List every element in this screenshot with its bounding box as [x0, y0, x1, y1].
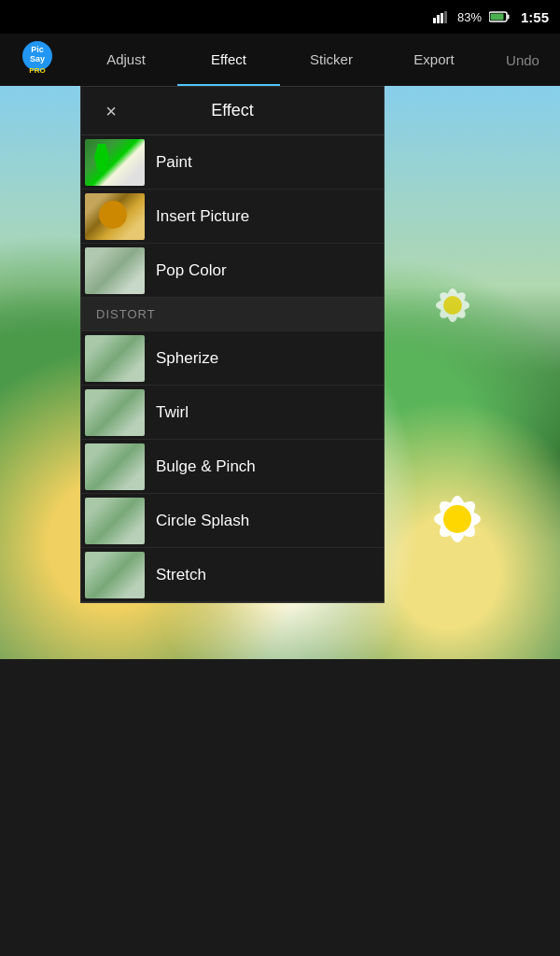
pop-color-label: Pop Color: [156, 261, 227, 280]
twirl-thumbnail: [85, 389, 145, 436]
insert-picture-thumbnail: [85, 193, 145, 240]
nav-tabs: Adjust Effect Sticker Export: [75, 34, 485, 86]
paint-label: Paint: [156, 153, 192, 172]
tab-adjust[interactable]: Adjust: [75, 34, 177, 86]
circle-splash-thumbnail: [85, 498, 145, 544]
menu-item-stretch[interactable]: Stretch: [81, 548, 384, 602]
signal-icon: [433, 10, 450, 23]
pop-color-thumbnail: [85, 247, 145, 294]
clock: 1:55: [521, 9, 549, 25]
bulge-pinch-thumbnail: [85, 443, 145, 490]
menu-item-spherize[interactable]: Spherize: [81, 331, 384, 386]
menu-item-paint[interactable]: Paint: [81, 135, 384, 190]
menu-item-insert-picture[interactable]: Insert Picture: [81, 190, 384, 244]
spherize-label: Spherize: [156, 349, 218, 368]
flower-decoration-3: [411, 472, 504, 566]
close-button[interactable]: ×: [96, 96, 126, 126]
paint-thumbnail: [85, 139, 145, 186]
menu-item-twirl[interactable]: Twirl: [81, 386, 384, 440]
dropdown-title: Effect: [126, 101, 339, 120]
stretch-thumbnail: [85, 552, 145, 598]
undo-button[interactable]: Undo: [485, 34, 560, 86]
distort-section-label: Distort: [81, 298, 384, 331]
svg-rect-1: [437, 15, 440, 23]
effect-dropdown: × Effect Paint Insert Picture Pop Color …: [80, 86, 385, 603]
svg-rect-2: [441, 13, 443, 23]
menu-item-circle-splash[interactable]: Circle Splash: [81, 494, 384, 548]
dropdown-header: × Effect: [81, 87, 384, 135]
menu-item-bulge-pinch[interactable]: Bulge & Pinch: [81, 440, 384, 494]
svg-text:PRO: PRO: [29, 66, 45, 75]
battery-icon: [489, 11, 510, 22]
picsay-logo-icon: Pic Say PRO: [15, 37, 60, 82]
spherize-thumbnail: [85, 335, 145, 382]
bulge-pinch-label: Bulge & Pinch: [156, 457, 256, 476]
twirl-label: Twirl: [156, 403, 189, 422]
distort-text: Distort: [96, 307, 156, 321]
tab-sticker[interactable]: Sticker: [280, 34, 383, 86]
svg-point-30: [443, 296, 462, 315]
status-bar: 83% 1:55: [0, 0, 560, 34]
nav-bar: Pic Say PRO Adjust Effect Sticker Export…: [0, 34, 560, 86]
battery-percent: 83%: [457, 10, 482, 24]
circle-splash-label: Circle Splash: [156, 512, 249, 530]
svg-text:Say: Say: [30, 54, 45, 63]
tab-effect[interactable]: Effect: [177, 34, 280, 86]
tab-export[interactable]: Export: [383, 34, 485, 86]
insert-picture-label: Insert Picture: [156, 207, 249, 226]
svg-rect-3: [444, 11, 447, 23]
close-icon: ×: [105, 102, 117, 120]
svg-rect-0: [433, 18, 436, 23]
svg-rect-6: [490, 14, 503, 21]
svg-point-25: [443, 505, 471, 533]
app-logo: Pic Say PRO: [0, 34, 75, 86]
flower-decoration-4: [420, 273, 485, 338]
stretch-label: Stretch: [156, 566, 206, 584]
svg-rect-5: [507, 15, 509, 20]
menu-item-pop-color[interactable]: Pop Color: [81, 244, 384, 298]
svg-text:Pic: Pic: [31, 45, 44, 54]
